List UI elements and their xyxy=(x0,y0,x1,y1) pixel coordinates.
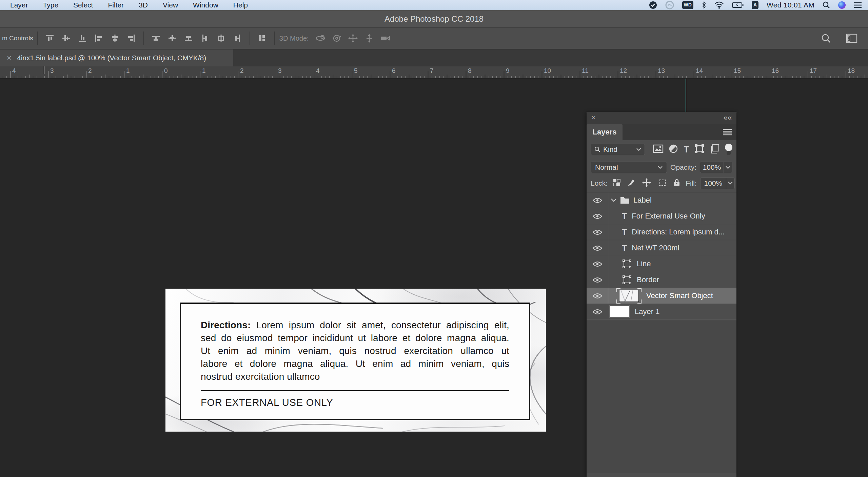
3d-camera-icon[interactable] xyxy=(380,33,391,43)
align-vertical-centers-icon[interactable] xyxy=(61,33,71,43)
distribute-horizontal-centers-icon[interactable] xyxy=(216,33,226,43)
distribute-spacing-icon[interactable] xyxy=(257,33,267,43)
filter-toggle-switch[interactable] xyxy=(725,144,732,155)
align-top-edges-icon[interactable] xyxy=(45,33,55,43)
spotlight-icon[interactable] xyxy=(823,1,830,9)
ruler-tick xyxy=(234,76,235,78)
align-right-edges-icon[interactable] xyxy=(126,33,136,43)
chevron-expand-icon[interactable] xyxy=(611,199,616,202)
document-tab[interactable]: × 4inx1.5in label.psd @ 100% (Vector Sma… xyxy=(0,49,233,66)
visibility-toggle[interactable] xyxy=(587,208,608,224)
search-icon[interactable] xyxy=(821,33,831,43)
3d-pan-icon[interactable] xyxy=(348,33,358,43)
lock-all-icon[interactable] xyxy=(673,179,680,188)
filter-smart-objects-icon[interactable] xyxy=(710,144,719,155)
filter-adjustment-layers-icon[interactable] xyxy=(669,144,678,154)
lock-transparency-icon[interactable] xyxy=(613,179,620,188)
ruler-tick xyxy=(599,75,599,78)
ruler-tick xyxy=(773,76,774,78)
check-circle-icon[interactable] xyxy=(649,1,657,9)
wd-badge-icon[interactable]: WD xyxy=(682,1,693,9)
ruler-tick xyxy=(610,76,611,78)
lock-image-icon[interactable] xyxy=(627,179,635,188)
distribute-left-edges-icon[interactable] xyxy=(200,33,210,43)
3d-orbit-icon[interactable] xyxy=(315,33,326,43)
menu-window[interactable]: Window xyxy=(193,1,218,9)
filter-kind-dropdown[interactable]: Kind xyxy=(591,144,645,155)
blend-mode-dropdown[interactable]: Normal xyxy=(591,162,667,173)
ruler-tick xyxy=(629,76,630,78)
tab-close-icon[interactable]: × xyxy=(7,54,12,62)
input-source-icon[interactable]: A xyxy=(752,1,758,9)
visibility-toggle[interactable] xyxy=(587,224,608,240)
layer-row-raster[interactable]: Layer 1 xyxy=(587,304,736,320)
battery-icon[interactable] xyxy=(732,1,744,9)
layer-row-smart-object[interactable]: Vector Smart Object xyxy=(587,288,736,304)
vertical-guide[interactable] xyxy=(686,79,686,112)
menu-3d[interactable]: 3D xyxy=(139,1,148,9)
layer-thumbnail[interactable] xyxy=(610,306,629,318)
layer-row-text[interactable]: T For External Use Only xyxy=(587,208,736,224)
distribute-right-edges-icon[interactable] xyxy=(232,33,242,43)
panel-collapse-icon[interactable]: «« xyxy=(724,114,732,122)
menu-help[interactable]: Help xyxy=(233,1,248,9)
opacity-dropdown[interactable]: 100% xyxy=(700,162,732,173)
panel-menu-icon[interactable] xyxy=(723,129,732,136)
menu-filter[interactable]: Filter xyxy=(108,1,124,9)
bluetooth-icon[interactable] xyxy=(702,1,706,9)
distribute-vertical-centers-icon[interactable] xyxy=(167,33,177,43)
layer-row-text[interactable]: T Directions: Lorem ipsum d... xyxy=(587,224,736,240)
canvas-viewport[interactable]: Directions: Lorem ipsum dolor sit amet, … xyxy=(0,79,868,477)
ruler-tick xyxy=(60,76,60,78)
lock-artboard-icon[interactable] xyxy=(658,179,667,188)
menu-select[interactable]: Select xyxy=(73,1,93,9)
creative-cloud-icon[interactable] xyxy=(665,1,674,9)
align-left-edges-icon[interactable] xyxy=(94,33,104,43)
menu-layer[interactable]: Layer xyxy=(10,1,28,9)
tab-layers[interactable]: Layers xyxy=(587,124,623,140)
eye-icon xyxy=(593,245,602,251)
visibility-toggle[interactable] xyxy=(587,304,608,319)
ruler-tick xyxy=(337,76,337,78)
ruler-tick xyxy=(614,76,614,78)
layer-row-shape[interactable]: Border xyxy=(587,272,736,288)
filter-shape-layers-icon[interactable] xyxy=(695,144,704,155)
layers-panel: × «« Layers Kind T xyxy=(587,112,736,477)
wifi-icon[interactable] xyxy=(714,1,724,9)
horizontal-ruler[interactable]: 43210123456789101112131415161718 xyxy=(0,66,868,79)
visibility-toggle[interactable] xyxy=(587,272,608,288)
notification-center-icon[interactable] xyxy=(854,1,862,9)
visibility-toggle[interactable] xyxy=(587,240,608,256)
workspace-switcher-icon[interactable] xyxy=(847,33,857,43)
smart-object-thumbnail[interactable] xyxy=(616,288,642,304)
layer-row-shape[interactable]: Line xyxy=(587,256,736,272)
distribute-top-edges-icon[interactable] xyxy=(151,33,161,43)
transform-controls-label[interactable]: m Controls xyxy=(0,35,33,42)
layer-row-group-label[interactable]: Label xyxy=(587,192,736,208)
ruler-number: 4 xyxy=(316,67,320,75)
ruler-tick xyxy=(90,76,90,78)
filter-pixel-layers-icon[interactable] xyxy=(653,145,663,154)
align-bottom-edges-icon[interactable] xyxy=(77,33,87,43)
3d-roll-icon[interactable] xyxy=(332,33,342,43)
photoshop-app: Layer Type Select Filter 3D View Window … xyxy=(0,0,868,477)
distribute-bottom-edges-icon[interactable] xyxy=(183,33,194,43)
menu-view[interactable]: View xyxy=(163,1,178,9)
menubar-clock[interactable]: Wed 10:01 AM xyxy=(767,1,814,9)
menu-type[interactable]: Type xyxy=(43,1,59,9)
filter-type-layers-icon[interactable]: T xyxy=(684,145,689,154)
fill-dropdown[interactable]: 100% xyxy=(700,178,735,189)
align-horizontal-centers-icon[interactable] xyxy=(110,33,120,43)
visibility-toggle[interactable] xyxy=(587,192,608,208)
lock-position-icon[interactable] xyxy=(642,178,651,188)
app-title: Adobe Photoshop CC 2018 xyxy=(384,14,484,24)
visibility-toggle[interactable] xyxy=(587,256,608,272)
panel-close-icon[interactable]: × xyxy=(591,114,596,122)
ruler-tick xyxy=(720,76,721,78)
visibility-toggle[interactable] xyxy=(587,288,608,304)
3d-slide-icon[interactable] xyxy=(364,33,374,43)
label-document-canvas[interactable]: Directions: Lorem ipsum dolor sit amet, … xyxy=(165,289,546,432)
layer-row-text[interactable]: T Net WT 200ml xyxy=(587,240,736,256)
siri-icon[interactable] xyxy=(838,1,846,9)
ruler-tick xyxy=(781,76,782,78)
